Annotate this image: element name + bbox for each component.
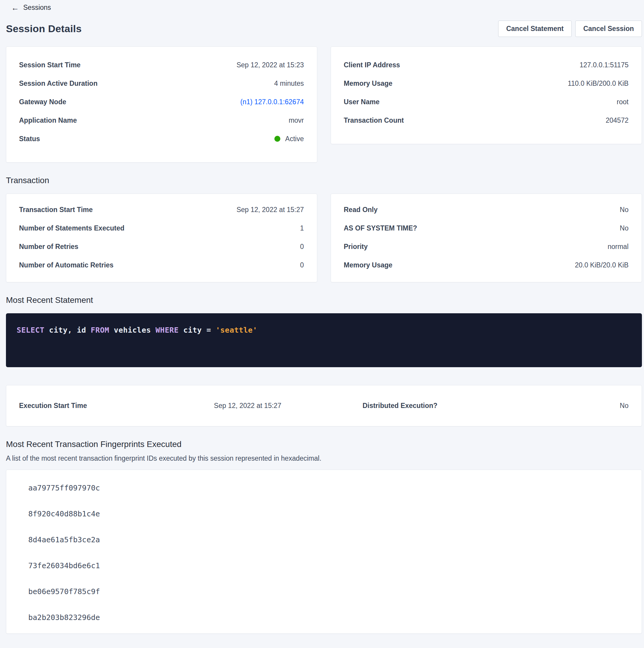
- row-label: Read Only: [344, 206, 378, 214]
- detail-row: Gateway Node (n1) 127.0.0.1:62674: [19, 93, 304, 111]
- distributed-execution-value: No: [476, 402, 629, 410]
- row-value: No: [620, 224, 629, 232]
- row-label: Number of Retries: [19, 243, 78, 251]
- fingerprint-id: 8d4ae61a5fb3ce2a: [28, 535, 629, 545]
- session-card: Session Start Time Sep 12, 2022 at 15:23…: [6, 47, 317, 163]
- transaction-section-title: Transaction: [6, 176, 644, 185]
- sql-token-string: 'seattle': [216, 326, 257, 334]
- row-value: 110.0 KiB/200.0 KiB: [568, 79, 629, 88]
- detail-row: Read Only No: [344, 201, 629, 219]
- row-label: Session Start Time: [19, 61, 81, 69]
- row-label: Memory Usage: [344, 79, 393, 88]
- row-value: Sep 12, 2022 at 15:27: [237, 206, 304, 214]
- row-label: Transaction Start Time: [19, 206, 93, 214]
- client-card: Client IP Address 127.0.0.1:51175 Memory…: [331, 47, 642, 144]
- action-buttons: Cancel Statement Cancel Session: [498, 20, 642, 37]
- status-badge: Active: [274, 135, 304, 143]
- status-active-dot: [274, 136, 280, 142]
- cancel-session-button[interactable]: Cancel Session: [575, 20, 642, 37]
- sql-token-plain: city, id: [44, 326, 91, 334]
- row-label: Application Name: [19, 116, 77, 124]
- detail-row: Application Name movr: [19, 111, 304, 129]
- row-value: normal: [608, 243, 629, 251]
- row-value: 127.0.0.1:51175: [579, 61, 629, 69]
- detail-row: Number of Retries 0: [19, 237, 304, 256]
- row-label: Status: [19, 135, 40, 143]
- row-label: Session Active Duration: [19, 79, 98, 88]
- fingerprints-card: aa79775ff097970c 8f920c40d88b1c4e 8d4ae6…: [6, 470, 642, 634]
- row-label: Client IP Address: [344, 61, 400, 69]
- execution-start-label: Execution Start Time: [19, 402, 171, 410]
- detail-row: Memory Usage 20.0 KiB/20.0 KiB: [344, 256, 629, 274]
- row-value: No: [620, 206, 629, 214]
- row-label: Number of Statements Executed: [19, 224, 124, 232]
- back-label: Sessions: [23, 4, 51, 12]
- sql-statement-box: SELECT city, id FROM vehicles WHERE city…: [6, 313, 642, 367]
- fingerprint-id: ba2b203b823296de: [28, 612, 629, 623]
- detail-row: User Name root: [344, 93, 629, 111]
- row-label: Number of Automatic Retries: [19, 261, 113, 269]
- gateway-node-link[interactable]: (n1) 127.0.0.1:62674: [240, 98, 304, 106]
- detail-row: AS OF SYSTEM TIME? No: [344, 219, 629, 237]
- sql-statement: SELECT city, id FROM vehicles WHERE city…: [17, 326, 257, 334]
- row-value: Sep 12, 2022 at 15:23: [237, 61, 304, 69]
- transaction-right-card: Read Only No AS OF SYSTEM TIME? No Prior…: [331, 194, 642, 282]
- detail-row: Transaction Start Time Sep 12, 2022 at 1…: [19, 201, 304, 219]
- row-value: 20.0 KiB/20.0 KiB: [575, 261, 629, 269]
- cancel-statement-button[interactable]: Cancel Statement: [498, 20, 572, 37]
- execution-card: Execution Start Time Sep 12, 2022 at 15:…: [6, 385, 642, 426]
- sql-token-keyword: SELECT: [17, 326, 44, 334]
- row-value: 204572: [605, 116, 629, 124]
- row-value: 0: [300, 261, 304, 269]
- row-label: AS OF SYSTEM TIME?: [344, 224, 417, 232]
- detail-row: Priority normal: [344, 237, 629, 256]
- execution-start-value: Sep 12, 2022 at 15:27: [171, 402, 324, 410]
- row-value: 0: [300, 243, 304, 251]
- transaction-grid: Transaction Start Time Sep 12, 2022 at 1…: [6, 194, 642, 282]
- fingerprint-id: 73fe26034bd6e6c1: [28, 561, 629, 571]
- sql-token-keyword: WHERE: [156, 326, 179, 334]
- statement-section-title: Most Recent Statement: [6, 295, 644, 305]
- detail-row: Memory Usage 110.0 KiB/200.0 KiB: [344, 74, 629, 93]
- row-label: Memory Usage: [344, 261, 393, 269]
- distributed-execution-label: Distributed Execution?: [324, 402, 476, 410]
- detail-row: Transaction Count 204572: [344, 111, 629, 129]
- row-value: 4 minutes: [274, 79, 304, 88]
- status-label: Active: [285, 135, 304, 143]
- fingerprint-id: be06e9570f785c9f: [28, 587, 629, 597]
- session-summary-grid: Session Start Time Sep 12, 2022 at 15:23…: [6, 47, 642, 163]
- sql-token-plain: city =: [179, 326, 216, 334]
- transaction-left-card: Transaction Start Time Sep 12, 2022 at 1…: [6, 194, 317, 282]
- fingerprint-id: 8f920c40d88b1c4e: [28, 509, 629, 519]
- row-value: movr: [289, 116, 304, 124]
- fingerprint-id: aa79775ff097970c: [28, 483, 629, 493]
- row-value: root: [617, 98, 629, 106]
- fingerprints-description: A list of the most recent transaction fi…: [6, 454, 644, 463]
- page-title: Session Details: [6, 23, 81, 35]
- fingerprints-section-title: Most Recent Transaction Fingerprints Exe…: [6, 439, 644, 449]
- row-label: Gateway Node: [19, 98, 66, 106]
- detail-row: Status Active: [19, 129, 304, 148]
- row-label: User Name: [344, 98, 379, 106]
- row-value: 1: [300, 224, 304, 232]
- detail-row: Number of Statements Executed 1: [19, 219, 304, 237]
- sql-token-plain: vehicles: [109, 326, 156, 334]
- detail-row: Session Start Time Sep 12, 2022 at 15:23: [19, 56, 304, 74]
- back-arrow-icon: ←: [11, 4, 19, 12]
- sql-token-keyword: FROM: [91, 326, 109, 334]
- detail-row: Client IP Address 127.0.0.1:51175: [344, 56, 629, 74]
- row-label: Transaction Count: [344, 116, 404, 124]
- back-to-sessions-link[interactable]: ← Sessions: [11, 4, 51, 12]
- detail-row: Number of Automatic Retries 0: [19, 256, 304, 274]
- row-label: Priority: [344, 243, 368, 251]
- detail-row: Session Active Duration 4 minutes: [19, 74, 304, 93]
